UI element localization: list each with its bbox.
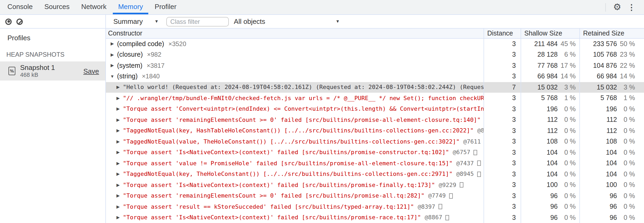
table-row[interactable]: ▶(compiled code)×35203211 48445 %233 576… (106, 38, 644, 49)
perspective-select[interactable]: Summary ▼ (110, 17, 162, 25)
expand-triangle-icon[interactable]: ▶ (115, 215, 121, 220)
tab-memory[interactable]: Memory (113, 0, 148, 14)
column-header-constructor[interactable]: Constructor (106, 29, 484, 38)
tab-sources[interactable]: Sources (39, 0, 75, 14)
expand-triangle-icon[interactable]: ▶ (110, 52, 115, 57)
expand-triangle-icon[interactable]: ▶ (115, 128, 121, 133)
shallow-size-percent: 3 % (558, 84, 576, 91)
retained-size-percent: 1 % (617, 95, 635, 102)
shallow-size-cell: 28 1286 % (521, 49, 579, 60)
column-header-shallow-size[interactable]: Shallow Size (521, 29, 579, 38)
clear-profiles-icon[interactable] (16, 18, 23, 25)
retained-size-cell: 1080 % (579, 136, 644, 147)
reveal-object-icon[interactable] (477, 172, 481, 177)
expand-triangle-icon[interactable]: ▶ (115, 118, 121, 122)
expand-triangle-icon[interactable]: ▶ (115, 139, 121, 144)
expand-triangle-icon[interactable]: ▶ (110, 63, 115, 68)
expand-triangle-icon[interactable]: ▶ (110, 42, 115, 46)
expand-triangle-icon[interactable]: ▶ (115, 183, 121, 188)
tab-network[interactable]: Network (76, 0, 112, 14)
retained-size-value: 105 768 (580, 51, 617, 59)
toolbar-divider (605, 3, 606, 11)
table-row[interactable]: ▼(string)×1840366 98414 %66 98414 % (106, 71, 644, 82)
shallow-size-percent: 0 % (558, 105, 576, 113)
shallow-size-value: 211 484 (521, 40, 558, 48)
expand-triangle-icon[interactable]: ▶ (115, 150, 121, 155)
table-row[interactable]: ▶"TaggedNotEqual(key, HashTableHoleConst… (106, 125, 644, 136)
shallow-size-cell: 1040 % (521, 158, 579, 169)
table-row[interactable]: ▶"Torque assert 'Is<NativeContext>(conte… (106, 180, 644, 190)
table-row[interactable]: ▶"Torque assert 'remainingElementsCount … (106, 114, 644, 125)
expand-triangle-icon[interactable]: ▶ (115, 85, 121, 90)
string-value: "Torque assert 'Is<NativeContext>(contex… (123, 182, 435, 189)
reveal-object-icon[interactable] (445, 215, 449, 220)
distance-cell: 3 (484, 49, 521, 60)
distance-cell: 3 (484, 158, 521, 169)
reveal-object-icon[interactable] (449, 193, 453, 199)
reveal-object-icon[interactable] (477, 161, 481, 166)
column-header-distance[interactable]: Distance (484, 29, 521, 38)
table-row[interactable]: ▶"Torque assert 'Convert<uintptr>(endInd… (106, 104, 644, 114)
table-row[interactable]: ▶"Torque assert 'Is<NativeContext>(conte… (106, 212, 644, 223)
column-header-retained-size[interactable]: Retained Size (579, 29, 644, 38)
table-row[interactable]: ▶"Torque assert 'Is<NativeContext>(conte… (106, 147, 644, 158)
distance-cell: 3 (484, 169, 521, 180)
table-row[interactable]: ▶"TaggedNotEqual(key, TheHoleConstant())… (106, 169, 644, 180)
retained-size-cell: 104 87622 % (579, 60, 644, 71)
retained-size-value: 15 032 (580, 84, 617, 91)
table-row[interactable]: ▶(closure)×982328 1286 %105 76823 % (106, 49, 644, 60)
table-row[interactable]: ▶(system)×3817377 76817 %104 87622 % (106, 60, 644, 71)
profiles-heading: Profiles (0, 29, 105, 42)
class-filter-input[interactable] (166, 17, 229, 26)
object-id: @7749 (428, 193, 446, 199)
constructor-cell: ▶"// .wrangler/tmp/bundle-FmNIt0/checked… (106, 93, 484, 104)
sidebar-item-snapshot-1[interactable]: % Snapshot 1 468 kB Save (0, 61, 105, 81)
distance-cell: 3 (484, 180, 521, 190)
reveal-object-icon[interactable] (459, 182, 463, 188)
retained-size-cell: 1040 % (579, 169, 644, 180)
tab-profiler[interactable]: Profiler (149, 0, 182, 14)
shallow-size-percent: 0 % (558, 160, 576, 167)
expand-triangle-icon[interactable]: ▶ (115, 96, 121, 101)
retained-size-percent: 22 % (617, 62, 635, 69)
distance-cell: 7 (484, 82, 521, 93)
expand-triangle-icon[interactable]: ▶ (115, 194, 121, 198)
constructor-cell: ▶"Torque assert 'value != PromiseHole' f… (106, 158, 484, 169)
heap-snapshots-section-label: HEAP SNAPSHOTS (0, 42, 105, 61)
save-snapshot-link[interactable]: Save (83, 67, 99, 75)
retained-size-cell: 1040 % (579, 147, 644, 158)
distance-cell: 3 (484, 147, 521, 158)
shallow-size-cell: 5 7681 % (521, 93, 579, 104)
table-row[interactable]: ▶"Hello world! (Requested at: 2024-08-19… (106, 82, 644, 93)
heap-snapshot-file-icon: % (8, 67, 15, 75)
table-row[interactable]: ▶"Torque assert 'remainingElementsCount … (106, 190, 644, 201)
collapse-triangle-icon[interactable]: ▼ (110, 74, 115, 79)
string-value: "Torque assert 'remainingElementsCount >… (123, 117, 481, 123)
retained-size-cell: 105 76823 % (579, 49, 644, 60)
expand-triangle-icon[interactable]: ▶ (115, 161, 121, 166)
expand-triangle-icon[interactable]: ▶ (115, 172, 121, 177)
retained-size-value: 104 (580, 149, 617, 156)
shallow-size-value: 96 (521, 214, 558, 221)
tab-console[interactable]: Console (2, 0, 38, 14)
objects-scope-select[interactable]: All objects ▼ (231, 17, 343, 25)
expand-triangle-icon[interactable]: ▶ (115, 107, 121, 112)
retained-size-percent: 0 % (617, 160, 635, 167)
kebab-menu-icon[interactable]: ⋮ (624, 3, 639, 11)
reveal-object-icon[interactable] (473, 150, 477, 155)
shallow-size-cell: 1120 % (521, 114, 579, 125)
table-row[interactable]: ▶"TaggedNotEqual(value, TheHoleConstant(… (106, 136, 644, 147)
reveal-object-icon[interactable] (439, 204, 442, 209)
shallow-size-value: 28 128 (521, 51, 558, 59)
gear-icon[interactable]: ⚙ (610, 3, 625, 12)
distance-cell: 3 (484, 201, 521, 212)
string-value: "Torque assert 'Is<NativeContext>(contex… (123, 149, 449, 156)
shallow-size-percent: 6 % (558, 51, 576, 59)
string-value: "Torque assert 'Is<NativeContext>(contex… (123, 214, 421, 221)
table-row[interactable]: ▶"Torque assert 'value != PromiseHole' f… (106, 158, 644, 169)
shallow-size-percent: 0 % (558, 203, 576, 211)
record-heap-snapshot-icon[interactable] (5, 18, 12, 25)
table-row[interactable]: ▶"Torque assert 'result == kStoreSuccede… (106, 201, 644, 212)
expand-triangle-icon[interactable]: ▶ (115, 204, 121, 209)
table-row[interactable]: ▶"// .wrangler/tmp/bundle-FmNIt0/checked… (106, 93, 644, 104)
